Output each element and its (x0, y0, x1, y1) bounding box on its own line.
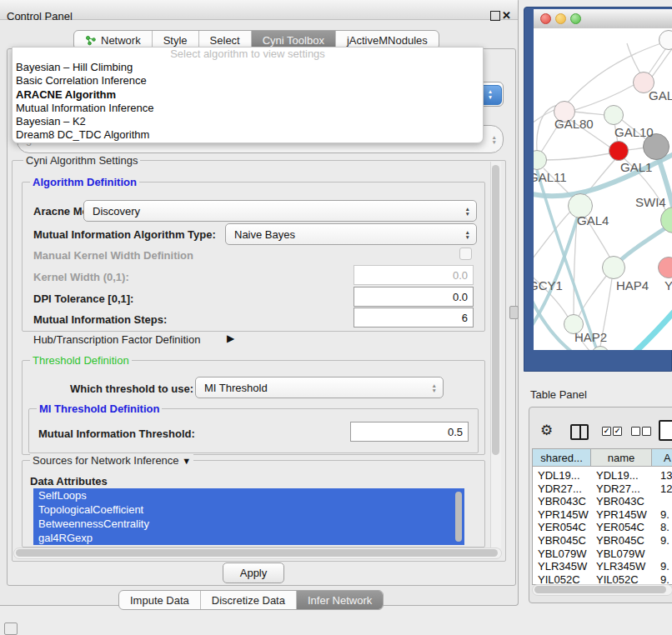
cyni-algorithm-settings-title: Cyni Algorithm Settings (23, 154, 140, 167)
data-attributes-label: Data Attributes (30, 475, 108, 488)
mi-type-combobox[interactable]: Naive Bayes ▲▼ (225, 223, 477, 245)
select-all-checkbox-icon-2[interactable]: ✓ (613, 427, 622, 436)
tab-discretize-data[interactable]: Discretize Data (200, 591, 296, 609)
dropdown-item[interactable]: Mutual Information Inference (13, 102, 483, 115)
table-row[interactable]: YBR045C YBR045C 9. (533, 534, 672, 548)
table-horizontal-scrollbar[interactable] (532, 584, 672, 596)
mi-type-label: Mutual Information Algorithm Type: (33, 228, 216, 241)
kernel-width-field[interactable]: 0.0 (354, 265, 474, 285)
close-icon[interactable]: ✕ (502, 9, 511, 22)
column-header-avg[interactable]: A (652, 449, 672, 467)
dropdown-item[interactable]: Dream8 DC_TDC Algorithm (13, 128, 483, 142)
table-row[interactable]: YLR345W YLR345W 9. (533, 560, 672, 573)
algorithm-dropdown: Select algorithm to view settings Bayesi… (12, 47, 484, 143)
node-label: GAL11 (534, 170, 567, 184)
window-minimize-button[interactable] (555, 13, 566, 24)
node-label: GAL4 (577, 213, 609, 228)
select-all-checkbox-icon[interactable]: ✓ (602, 427, 611, 436)
table-row[interactable]: YBR043C YBR043C (533, 495, 672, 508)
mi-threshold-label: Mutual Information Threshold: (38, 428, 195, 440)
list-item[interactable]: SelfLoops (33, 488, 464, 502)
float-window-icon[interactable] (490, 11, 500, 21)
aracne-mode-value: Discovery (93, 205, 140, 218)
network-node-hap4[interactable] (602, 256, 625, 279)
dropdown-item[interactable]: Basic Correlation Inference (13, 74, 483, 88)
node-label: HAP4 (616, 278, 649, 292)
mi-threshold-group-title: MI Threshold Definition (37, 402, 162, 415)
window-close-button[interactable] (540, 13, 551, 24)
dropdown-item[interactable]: Bayesian – K2 (13, 115, 483, 128)
table-row[interactable]: YBL079W YBL079W (533, 548, 672, 561)
panel-divider-handle[interactable] (509, 306, 519, 319)
network-canvas[interactable]: GAL GAL80 GAL10 GAL1 GAL11 SWI4 GAL4 GCY… (534, 28, 672, 350)
node-label: Y (664, 278, 672, 292)
control-panel-title: Control Panel (7, 10, 73, 22)
deselect-checkbox-icon-2[interactable] (642, 427, 651, 436)
list-item[interactable]: TopologicalCoefficient (33, 502, 464, 517)
hub-definition-label: Hub/Transcription Factor Definition (33, 333, 200, 346)
node-label: SWI4 (635, 195, 666, 209)
network-icon (85, 35, 97, 46)
table-row[interactable]: YPR145W YPR145W 9. (533, 508, 672, 522)
tab-infer-network[interactable]: Infer Network (296, 591, 383, 609)
mi-steps-field[interactable]: 6 (354, 308, 474, 328)
network-window-titlebar[interactable] (534, 9, 672, 29)
panel-corner-button[interactable] (4, 622, 18, 635)
column-header-shared-name[interactable]: shared... (533, 449, 591, 467)
new-table-icon[interactable] (659, 420, 672, 441)
deselect-checkbox-icon[interactable] (631, 427, 640, 436)
list-vertical-scrollbar-thumb[interactable] (455, 492, 462, 542)
table-row[interactable]: YER054C YER054C 8. (533, 521, 672, 534)
tab-jactivemnodules-label: jActiveMNodules (347, 34, 428, 47)
node-label: GCY1 (534, 278, 563, 292)
network-node-gal1-selected[interactable] (609, 141, 629, 161)
table-row[interactable]: YIL052C YIL052C 9. (533, 573, 672, 585)
settings-horizontal-scrollbar[interactable] (13, 548, 502, 559)
bottom-tabbar: Impute Data Discretize Data Infer Networ… (118, 590, 384, 610)
which-threshold-value: MI Threshold (204, 382, 268, 394)
algorithm-dropdown-placeholder: Select algorithm to view settings (13, 48, 483, 61)
data-attributes-list: SelfLoops TopologicalCoefficient Between… (33, 488, 464, 545)
dropdown-item[interactable]: Bayesian – Hill Climbing (13, 61, 483, 74)
collapse-triangle-icon[interactable]: ▼ (182, 456, 191, 466)
node-label: GAL10 (614, 125, 654, 139)
table-row[interactable]: YDL19... YDL19... 13 (533, 469, 672, 482)
expand-triangle-icon[interactable]: ▶ (227, 332, 234, 344)
dpi-tolerance-field[interactable]: 0.0 (354, 287, 474, 307)
mi-threshold-field[interactable]: 0.5 (350, 422, 469, 442)
window-zoom-button[interactable] (570, 13, 581, 24)
tab-select-label: Select (210, 34, 240, 47)
settings-horizontal-scrollbar-thumb[interactable] (16, 549, 498, 557)
aracne-mode-combobox[interactable]: Discovery ▲▼ (83, 200, 477, 222)
algorithm-definition-title: Algorithm Definition (30, 176, 139, 188)
manual-kernel-checkbox[interactable] (459, 248, 472, 260)
tab-impute-data[interactable]: Impute Data (119, 591, 200, 609)
which-threshold-label: Which threshold to use: (70, 382, 193, 395)
tab-cyni-toolbox-label: Cyni Toolbox (263, 34, 324, 47)
node-label: GAL1 (620, 160, 652, 174)
table-panel-title: Table Panel (530, 388, 587, 401)
list-item[interactable]: gal4RGexp (33, 531, 464, 545)
highlighted-edge (632, 308, 672, 350)
sources-title-label: Sources for Network Inference (33, 454, 179, 467)
column-header-name[interactable]: name (591, 449, 652, 467)
dropdown-item[interactable]: ARACNE Algorithm (13, 88, 483, 102)
network-node-gal10[interactable] (604, 105, 624, 125)
which-threshold-combobox[interactable]: MI Threshold ▲▼ (195, 377, 444, 398)
gear-icon[interactable]: ⚙ (540, 422, 553, 439)
kernel-width-label: Kernel Width (0,1): (33, 271, 129, 283)
tab-impute-data-label: Impute Data (130, 594, 189, 607)
control-panel-titlebar (0, 0, 518, 20)
node-label: GAL80 (554, 117, 594, 131)
table-row[interactable]: YDR27... YDR27... 12 (533, 482, 672, 496)
settings-vertical-scrollbar[interactable] (490, 162, 501, 548)
list-item[interactable]: BetweennessCentrality (33, 517, 464, 531)
apply-button[interactable]: Apply (223, 562, 284, 583)
settings-vertical-scrollbar-thumb[interactable] (492, 165, 499, 455)
mi-type-value: Naive Bayes (234, 228, 295, 241)
columns-icon[interactable] (570, 424, 589, 440)
screen: Control Panel ✕ Network Style Select Cyn… (0, 0, 672, 635)
dpi-tolerance-label: DPI Tolerance [0,1]: (33, 292, 133, 305)
node-label: HAP2 (574, 330, 607, 344)
table-horizontal-scrollbar-thumb[interactable] (534, 586, 666, 593)
